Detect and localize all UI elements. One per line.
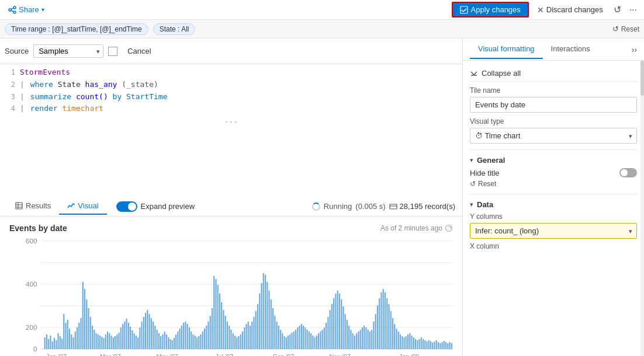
svg-rect-236: [436, 340, 437, 349]
tab-visual[interactable]: Visual: [59, 198, 106, 215]
svg-rect-150: [272, 308, 273, 349]
svg-rect-111: [198, 336, 199, 349]
y-columns-select[interactable]: Infer: count_ (long): [470, 223, 637, 239]
svg-line-246: [474, 72, 477, 75]
code-line-2: 2 | where State has_any (_state): [5, 79, 458, 91]
tile-name-label: Tile name: [470, 86, 637, 95]
svg-rect-171: [312, 336, 313, 349]
svg-rect-107: [191, 331, 192, 349]
svg-rect-172: [314, 337, 316, 349]
state-filter[interactable]: State : All: [153, 23, 196, 35]
svg-point-1: [13, 11, 16, 13]
share-button[interactable]: Share ▾: [5, 3, 48, 16]
svg-rect-75: [130, 327, 131, 349]
right-panel-chevron-icon[interactable]: ››: [632, 45, 637, 54]
svg-rect-34: [52, 341, 53, 349]
svg-text:Jan '08: Jan '08: [399, 354, 420, 356]
hide-title-toggle[interactable]: [619, 168, 637, 177]
more-options-button[interactable]: ···: [627, 2, 639, 18]
right-panel: Visual formatting Interactions ›› Collap…: [463, 39, 644, 356]
svg-rect-129: [233, 333, 234, 349]
svg-rect-161: [293, 331, 295, 349]
checkbox-icon[interactable]: [108, 47, 117, 56]
svg-line-245: [471, 72, 474, 75]
discard-changes-button[interactable]: ✕ Discard changes: [532, 3, 608, 17]
svg-rect-233: [430, 341, 431, 349]
chart-title: Events by date: [9, 224, 67, 233]
data-section-header[interactable]: ▾ Data: [470, 200, 637, 209]
source-select[interactable]: Samples: [33, 44, 103, 58]
svg-rect-244: [451, 343, 452, 349]
svg-rect-157: [286, 337, 287, 349]
svg-rect-141: [255, 311, 257, 349]
svg-rect-199: [365, 327, 366, 349]
svg-rect-116: [207, 322, 209, 349]
scrollbar-thumb[interactable]: [640, 61, 644, 96]
svg-rect-122: [219, 294, 220, 349]
svg-rect-55: [92, 326, 93, 349]
svg-rect-194: [356, 333, 357, 349]
reset-button[interactable]: ↺ Reset: [612, 25, 639, 33]
reset-small-label: Reset: [478, 180, 496, 188]
svg-rect-98: [174, 338, 175, 349]
visual-icon: [67, 202, 75, 210]
svg-rect-163: [297, 327, 298, 349]
code-editor[interactable]: 1 StormEvents 2 | where State has_any (_…: [0, 64, 462, 197]
svg-rect-234: [432, 343, 433, 349]
reset-small-button[interactable]: ↺ Reset: [470, 180, 496, 188]
records-icon: [389, 203, 397, 211]
expand-preview-toggle[interactable]: [116, 201, 137, 212]
cancel-button[interactable]: Cancel: [122, 44, 156, 58]
collapse-all-row[interactable]: Collapse all: [470, 65, 637, 82]
svg-rect-140: [253, 317, 254, 349]
svg-line-3: [11, 8, 13, 9]
svg-rect-217: [400, 334, 401, 349]
svg-rect-117: [210, 316, 211, 349]
svg-rect-57: [95, 333, 96, 349]
refresh-button[interactable]: ↺: [611, 2, 624, 18]
code-line-1: 1 StormEvents: [5, 67, 458, 79]
svg-rect-59: [99, 336, 101, 349]
visual-type-label: Visual type: [470, 117, 637, 125]
svg-rect-126: [227, 322, 228, 349]
chart-title-row: Events by date As of 2 minutes ago: [9, 224, 453, 233]
svg-rect-170: [310, 333, 311, 349]
svg-rect-127: [228, 326, 230, 349]
svg-rect-53: [88, 308, 89, 349]
y-columns-label: Y columns: [470, 212, 637, 221]
svg-rect-143: [259, 294, 260, 349]
time-range-filter[interactable]: Time range : [@]_startTime, [@]_endTime: [5, 23, 148, 35]
svg-rect-207: [380, 292, 382, 349]
tab-visual-formatting[interactable]: Visual formatting: [470, 40, 543, 59]
svg-rect-108: [192, 334, 193, 349]
svg-rect-149: [271, 299, 272, 349]
svg-text:Jan '07: Jan '07: [46, 354, 67, 356]
svg-rect-139: [251, 322, 252, 349]
svg-rect-165: [301, 324, 302, 349]
apply-changes-button[interactable]: Apply changes: [452, 2, 529, 18]
svg-rect-225: [415, 339, 416, 349]
svg-rect-93: [164, 331, 165, 349]
tab-results[interactable]: Results: [7, 198, 59, 215]
svg-rect-110: [196, 337, 198, 349]
svg-rect-179: [327, 317, 328, 349]
scrollbar-track: [640, 61, 644, 356]
svg-rect-220: [406, 336, 407, 349]
general-section-header[interactable]: ▾ General: [470, 156, 637, 165]
svg-text:400: 400: [26, 281, 37, 288]
collapse-icon: [470, 69, 478, 78]
visual-type-select[interactable]: ⏱ Time chart: [470, 128, 637, 144]
svg-rect-103: [183, 323, 184, 349]
svg-rect-33: [50, 336, 51, 349]
svg-rect-201: [369, 331, 371, 349]
svg-rect-160: [292, 333, 293, 349]
svg-rect-81: [141, 322, 143, 349]
svg-rect-77: [134, 333, 135, 349]
share-label: Share: [19, 5, 39, 14]
svg-rect-229: [423, 339, 424, 349]
tile-name-input[interactable]: [470, 97, 637, 113]
svg-rect-185: [339, 294, 340, 349]
tab-interactions[interactable]: Interactions: [543, 40, 598, 59]
filter-bar: Time range : [@]_startTime, [@]_endTime …: [0, 20, 644, 39]
svg-rect-241: [445, 342, 446, 349]
